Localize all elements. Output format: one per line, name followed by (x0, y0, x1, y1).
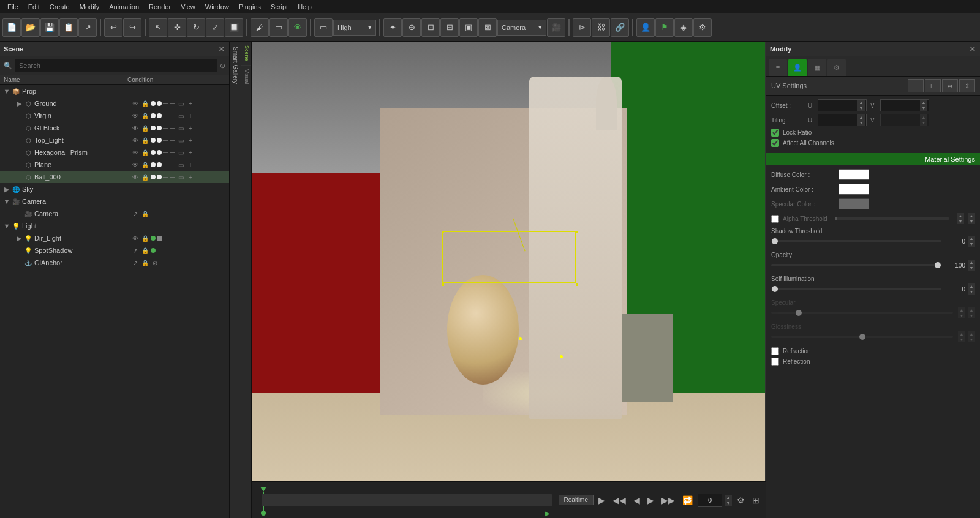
offset-u-field[interactable]: 0.000 (821, 102, 858, 109)
specular-up[interactable]: ▲ (958, 307, 965, 313)
mod-tab-grid[interactable]: ▦ (808, 59, 826, 76)
select2-tool[interactable]: ▭ (270, 18, 288, 37)
chain-btn[interactable]: ⛓ (592, 18, 610, 37)
tiling-u-input[interactable]: 1.000 ▲ ▼ (818, 114, 867, 126)
vis-plane[interactable]: 👁 (131, 160, 140, 169)
loop-btn[interactable]: 🔁 (680, 494, 695, 506)
new-button[interactable]: 📄 (2, 18, 21, 37)
lock-plane[interactable]: 🔒 (141, 160, 149, 169)
light-btn[interactable]: ✦ (383, 18, 402, 37)
toggle-dir-light[interactable]: ▶ (15, 235, 23, 242)
uv-map-left-btn[interactable]: ⊣ (908, 79, 924, 92)
plus-icon[interactable]: + (186, 99, 195, 108)
tree-item-top-light[interactable]: ⬡ Top_Light 👁 🔒 — — ▭ + (0, 134, 229, 146)
select-tool[interactable]: ↖ (149, 18, 167, 37)
tree-item-spot-shadow[interactable]: 💡 SpotShadow ↗ 🔒 (0, 244, 229, 257)
lock-gi[interactable]: 🔒 (141, 124, 149, 132)
opacity-thumb[interactable] (935, 262, 941, 268)
vis-icon[interactable]: 👁 (131, 99, 140, 108)
prev-frame-btn[interactable]: ◀◀ (610, 494, 628, 506)
toggle-ground[interactable]: ▶ (15, 100, 23, 108)
undo-button[interactable]: ↩ (104, 18, 123, 37)
lock-ss[interactable]: 🔒 (141, 246, 149, 255)
lock-ball[interactable]: 🔒 (141, 173, 149, 181)
affect-all-checkbox[interactable] (771, 139, 779, 147)
toggle-sky[interactable]: ▶ (2, 186, 11, 193)
save-button[interactable]: 💾 (40, 18, 59, 37)
snap-tool[interactable]: 🔲 (225, 18, 243, 37)
mod-tab-figure[interactable]: 👤 (788, 59, 807, 76)
offset-v-up[interactable]: ▲ (920, 100, 927, 105)
tree-item-virgin[interactable]: ⬡ Virgin 👁 🔒 — — ▭ + (0, 110, 229, 122)
menu-render[interactable]: Render (144, 2, 176, 12)
redo-button[interactable]: ↪ (123, 18, 141, 37)
flag-btn[interactable]: ⚑ (655, 18, 674, 37)
vis-icon2[interactable]: 👁 (131, 111, 140, 120)
shadow-threshold-thumb[interactable] (772, 238, 778, 244)
pi2[interactable]: + (186, 111, 195, 120)
nav-btn[interactable]: ◈ (674, 18, 693, 37)
pi5[interactable]: + (186, 148, 195, 157)
export-btn[interactable]: ⊞ (750, 494, 762, 506)
eye-tool[interactable]: 👁 (288, 18, 307, 37)
tree-item-camera-group[interactable]: ▼ 🎥 Camera (0, 195, 229, 208)
tree-item-ball[interactable]: ⬡ Ball_000 👁 🔒 — — ▭ + (0, 171, 229, 183)
realtime-btn[interactable]: Realtime (559, 495, 594, 505)
specular-color-swatch[interactable] (839, 198, 869, 209)
offset-v-input[interactable]: 0.000 ▲ ▼ (880, 99, 929, 111)
vis-tl[interactable]: 👁 (131, 136, 140, 145)
tiling-u-up[interactable]: ▲ (858, 114, 865, 120)
tb-btn-d[interactable]: ⊠ (478, 18, 497, 37)
ei3[interactable]: ▭ (176, 124, 185, 132)
glossiness-thumb[interactable] (859, 334, 865, 340)
lock-ga[interactable]: 🔒 (141, 258, 149, 267)
frame-input[interactable] (698, 494, 722, 507)
tiling-u-field[interactable]: 1.000 (821, 117, 858, 124)
lock-cam[interactable]: 🔒 (141, 209, 149, 218)
frame-down[interactable]: ▼ (725, 500, 732, 506)
tiling-v-field[interactable]: 1.000 (883, 117, 920, 124)
uv-mirror-h-btn[interactable]: ⇔ (942, 79, 958, 92)
frame-btn[interactable]: ⊡ (421, 18, 440, 37)
rotate-tool[interactable]: ↻ (187, 18, 205, 37)
pi7[interactable]: + (186, 173, 195, 181)
pi4[interactable]: + (186, 136, 195, 145)
tree-item-gi-block[interactable]: ⬡ GI Block 👁 🔒 — — ▭ + (0, 122, 229, 134)
settings-btn[interactable]: ⚙ (734, 494, 747, 506)
tree-item-gi-anchor[interactable]: ⚓ GiAnchor ↗ 🔒 ⊘ (0, 257, 229, 269)
move-tool[interactable]: ✛ (168, 18, 186, 37)
glossiness-down[interactable]: ▼ (958, 337, 965, 342)
offset-v-field[interactable]: 0.000 (883, 102, 920, 109)
scene-panel-close[interactable]: ✕ (218, 44, 225, 54)
pi3[interactable]: + (186, 124, 195, 132)
mod-tab-gear[interactable]: ⚙ (827, 59, 846, 76)
menu-edit[interactable]: Edit (23, 2, 45, 12)
refraction-checkbox[interactable] (771, 347, 779, 355)
toggle-prop[interactable]: ▼ (2, 88, 11, 95)
extra-icon[interactable]: ▭ (176, 99, 185, 108)
menu-create[interactable]: Create (45, 2, 75, 12)
save-as-button[interactable]: 📋 (59, 18, 78, 37)
specular-down[interactable]: ▼ (958, 313, 965, 318)
tree-item-prop[interactable]: ▼ 📦 Prop (0, 85, 229, 97)
alpha-extra-down[interactable]: ▼ (968, 219, 975, 224)
glossiness-track[interactable] (771, 336, 953, 338)
opacity-up[interactable]: ▲ (968, 260, 975, 265)
self-illumination-thumb[interactable] (772, 286, 778, 292)
camera-dropdown[interactable]: Camera ▾ (497, 20, 546, 36)
lock-ratio-checkbox[interactable] (771, 129, 779, 137)
ei2[interactable]: ▭ (176, 111, 185, 120)
opacity-track[interactable] (771, 264, 941, 266)
tree-item-camera[interactable]: 🎥 Camera ↗ 🔒 (0, 208, 229, 220)
mod-tab-settings[interactable]: ≡ (769, 59, 787, 76)
next-frame-btn[interactable]: ▶▶ (659, 494, 677, 506)
tree-item-dir-light[interactable]: ▶ 💡 Dir_Light 👁 🔒 (0, 232, 229, 244)
alpha-down[interactable]: ▼ (957, 219, 964, 224)
offset-u-down[interactable]: ▼ (858, 105, 865, 111)
tiling-v-up[interactable]: ▲ (920, 114, 927, 120)
self-down[interactable]: ▼ (968, 289, 975, 295)
menu-help[interactable]: Help (293, 2, 317, 12)
shadow-threshold-track[interactable] (771, 240, 941, 242)
menu-animation[interactable]: Animation (104, 2, 144, 12)
tiling-v-input[interactable]: 1.000 ▲ ▼ (880, 114, 929, 126)
